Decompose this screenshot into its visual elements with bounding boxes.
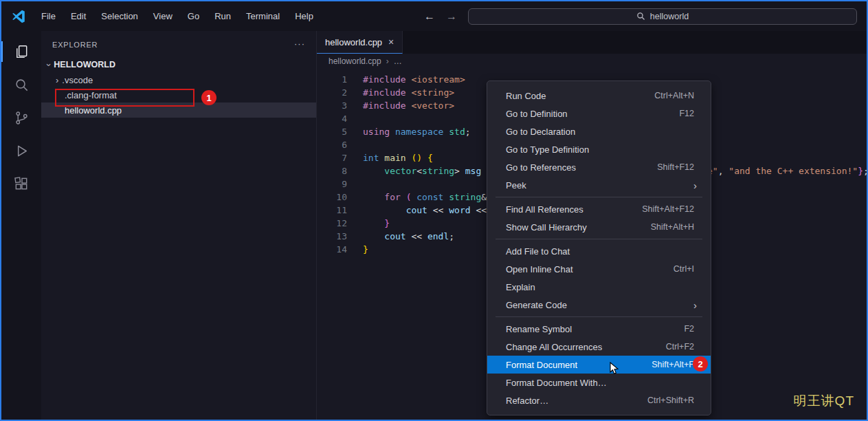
menubar: FileEditSelectionViewGoRunTerminalHelp [34, 8, 320, 24]
annotation-badge-2: 2 [693, 356, 708, 371]
root-folder-label: HELLOWORLD [54, 60, 115, 69]
menu-item-label: Refactor… [506, 396, 647, 406]
breadcrumb[interactable]: helloworld.cpp › … [317, 54, 867, 69]
breadcrumb-file[interactable]: helloworld.cpp [329, 56, 381, 66]
context-menu-item-change-all-occurrences[interactable]: Change All OccurrencesCtrl+F2 [487, 338, 711, 356]
context-menu-item-refactor[interactable]: Refactor…Ctrl+Shift+R [487, 391, 711, 409]
menu-item-shortcut: Shift+Alt+F12 [642, 204, 701, 214]
context-menu-item-add-file-to-chat[interactable]: Add File to Chat [487, 242, 711, 260]
line-number: 2 [317, 86, 347, 99]
line-number: 5 [317, 125, 347, 138]
breadcrumb-symbol[interactable]: … [394, 56, 402, 66]
vscode-window: FileEditSelectionViewGoRunTerminalHelp ←… [0, 0, 868, 421]
line-number: 6 [317, 138, 347, 151]
context-menu-item-go-to-type-definition[interactable]: Go to Type Definition [487, 140, 711, 158]
menubar-item-help[interactable]: Help [288, 8, 320, 24]
tab-bar: helloworld.cpp × [317, 31, 867, 54]
menu-item-shortcut: Ctrl+Shift+R [647, 396, 701, 405]
tree-item-vscode[interactable]: ›.vscode [41, 72, 316, 87]
context-menu-item-go-to-definition[interactable]: Go to DefinitionF12 [487, 105, 711, 122]
context-menu-item-format-document-with[interactable]: Format Document With… [487, 374, 711, 391]
line-content [347, 177, 363, 191]
line-number: 1 [317, 73, 347, 86]
search-icon [636, 12, 645, 21]
line-content [347, 138, 363, 151]
menubar-item-terminal[interactable]: Terminal [239, 8, 287, 24]
sidebar-title: EXPLORER [52, 41, 98, 49]
line-number: 7 [317, 151, 347, 164]
more-actions-icon[interactable]: ··· [294, 39, 305, 49]
menu-separator [496, 316, 702, 317]
tab-label: helloworld.cpp [325, 37, 382, 47]
context-menu-item-go-to-declaration[interactable]: Go to Declaration [487, 122, 711, 140]
search-value: helloworld [650, 12, 689, 21]
menubar-item-file[interactable]: File [34, 8, 63, 24]
sidebar-header: EXPLORER ··· [41, 31, 316, 57]
line-number: 3 [317, 99, 347, 112]
breadcrumb-separator-icon: › [386, 56, 389, 66]
line-content: cout << endl; [347, 230, 454, 243]
menubar-item-go[interactable]: Go [181, 8, 206, 24]
tree-item-label: .vscode [62, 75, 93, 85]
line-content: int main () { [347, 151, 433, 164]
activity-run-debug-icon[interactable] [1, 136, 41, 166]
line-number: 9 [317, 177, 347, 191]
menubar-item-edit[interactable]: Edit [64, 8, 93, 24]
line-number: 14 [317, 243, 347, 256]
line-content: #include <iostream> [347, 73, 465, 86]
activity-files-icon[interactable] [1, 36, 41, 67]
context-menu-item-open-inline-chat[interactable]: Open Inline ChatCtrl+I [487, 260, 711, 278]
menu-item-shortcut: Ctrl+F2 [666, 342, 701, 352]
forward-arrow-icon[interactable]: → [446, 10, 457, 23]
menu-item-shortcut: Ctrl+Alt+N [654, 91, 701, 100]
context-menu-item-explain[interactable]: Explain [487, 278, 711, 296]
line-number: 13 [317, 230, 347, 243]
line-number: 11 [317, 204, 347, 217]
menubar-item-selection[interactable]: Selection [94, 8, 144, 24]
menu-item-label: Open Inline Chat [506, 264, 674, 274]
context-menu-item-run-code[interactable]: Run CodeCtrl+Alt+N [487, 87, 711, 105]
menu-item-label: Peek [506, 180, 693, 191]
tab-helloworld-cpp[interactable]: helloworld.cpp × [317, 31, 403, 54]
line-content: #include <vector> [347, 99, 454, 112]
context-menu-item-peek[interactable]: Peek› [487, 176, 711, 194]
vscode-logo-icon [11, 9, 26, 24]
close-icon[interactable]: × [388, 37, 394, 47]
titlebar: FileEditSelectionViewGoRunTerminalHelp ←… [1, 1, 867, 31]
line-number: 8 [317, 164, 347, 177]
chevron-right-icon: › [56, 75, 58, 85]
watermark-text: 明王讲QT [794, 392, 854, 410]
menu-separator [496, 197, 702, 197]
line-number: 12 [317, 217, 347, 230]
activity-extensions-icon[interactable] [1, 169, 41, 199]
menubar-item-view[interactable]: View [146, 8, 179, 24]
activity-search-icon[interactable] [1, 69, 41, 100]
annotation-red-box [55, 89, 194, 107]
menu-item-label: Add File to Chat [506, 246, 701, 257]
editor-context-menu: Run CodeCtrl+Alt+NGo to DefinitionF12Go … [487, 80, 711, 415]
line-content: #include <string> [347, 86, 454, 99]
line-number: 10 [317, 191, 347, 204]
menu-item-label: Format Document [506, 360, 652, 370]
annotation-badge-1: 1 [201, 90, 216, 105]
context-menu-item-rename-symbol[interactable]: Rename SymbolF2 [487, 320, 711, 338]
menu-item-label: Go to References [506, 162, 657, 173]
command-center-search[interactable]: helloworld [468, 8, 857, 25]
back-arrow-icon[interactable]: ← [424, 10, 435, 23]
menu-item-label: Change All Occurrences [506, 342, 666, 352]
menu-item-label: Explain [506, 282, 701, 292]
context-menu-item-go-to-references[interactable]: Go to ReferencesShift+F12 [487, 158, 711, 176]
menu-item-label: Run Code [506, 91, 654, 101]
tree-root-helloworld[interactable]: › HELLOWORLD [41, 57, 316, 72]
menu-item-shortcut: Shift+Alt+H [651, 222, 701, 232]
mouse-cursor-icon [608, 362, 620, 376]
activity-source-control-icon[interactable] [1, 102, 41, 133]
context-menu-item-format-document[interactable]: Format DocumentShift+Alt+F [487, 356, 711, 374]
line-content: } [347, 243, 368, 256]
menu-item-shortcut: Shift+F12 [657, 162, 701, 172]
context-menu-item-show-call-hierarchy[interactable]: Show Call HierarchyShift+Alt+H [487, 218, 711, 236]
context-menu-item-find-all-references[interactable]: Find All ReferencesShift+Alt+F12 [487, 200, 711, 218]
menubar-item-run[interactable]: Run [208, 8, 238, 24]
menu-item-shortcut: F12 [679, 109, 701, 118]
context-menu-item-generate-code[interactable]: Generate Code› [487, 296, 711, 314]
